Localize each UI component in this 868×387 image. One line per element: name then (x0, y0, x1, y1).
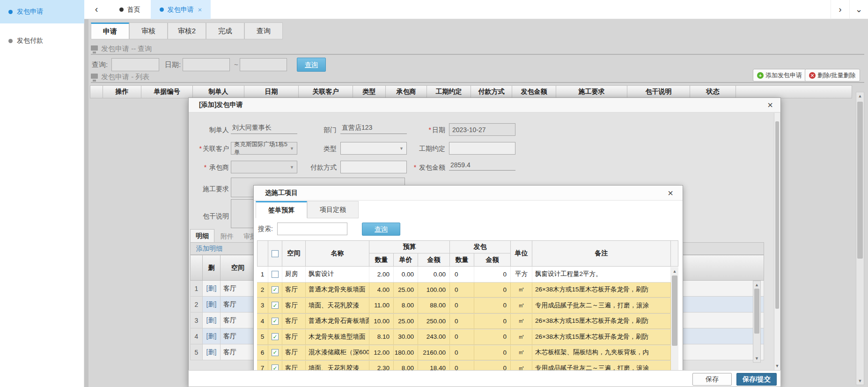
scroll-up-icon[interactable]: ▲ (671, 269, 678, 274)
bullet-icon (119, 7, 124, 12)
col-header[interactable]: 状态 (690, 85, 736, 98)
delete-row-link[interactable]: [删] (206, 316, 217, 325)
contractor-label: * 承包商 (189, 164, 229, 172)
scrollbar-thumb[interactable] (775, 121, 779, 309)
date-field[interactable]: 2023-10-27 (449, 123, 515, 136)
delete-row-link[interactable]: [删] (206, 348, 217, 357)
tab-label: 审核2 (178, 27, 196, 36)
col-header[interactable]: 施工要求 (556, 85, 627, 98)
tab-shenhe[interactable]: 审核 (129, 22, 168, 39)
col-header[interactable]: 单据编号 (141, 85, 193, 98)
amount-label: * 发包金额 (405, 164, 445, 172)
contractor-select[interactable]: ▼ (231, 161, 297, 173)
tab-home[interactable]: 首页 (109, 0, 151, 19)
scrollbar-thumb[interactable] (754, 289, 759, 334)
save-button[interactable]: 保存 (692, 373, 732, 386)
maker-value: 刘大同董事长 (231, 124, 297, 134)
query-label: 查询: (92, 60, 108, 69)
col-header[interactable]: 承包商 (386, 85, 427, 98)
tab-wancheng[interactable]: 完成 (206, 22, 244, 39)
modal-titlebar: [添加]发包申请 (189, 98, 780, 112)
payment-label: 付款方式 (296, 164, 337, 172)
search-button[interactable]: 查询 (297, 58, 326, 72)
tab-chaxun[interactable]: 查询 (244, 22, 283, 39)
add-detail-button[interactable]: 添加明细 (196, 245, 222, 253)
sidebar-item-fabao-shenqing[interactable]: 发包申请 (0, 0, 84, 23)
delete-row-link[interactable]: [删] (206, 300, 217, 309)
col-space: 空间 (282, 240, 306, 267)
picker-row[interactable]: 3 ✓ 客厅 墙面、天花乳胶漆 11.00 8.00 88.00 0 0 ㎡ 专… (257, 298, 678, 314)
tabbar-scroll-right-icon[interactable]: › (831, 0, 849, 19)
picker-row[interactable]: 1 厨房 飘窗设计 2.00 0.00 0.00 0 0 平方 飘窗设计工程量2… (257, 267, 678, 283)
col-header[interactable]: 发包金额 (512, 85, 556, 98)
tab-xiangmu-dinge[interactable]: 项目定额 (307, 201, 359, 218)
picker-close-icon[interactable]: × (665, 188, 676, 199)
tab-close-icon[interactable]: × (198, 6, 202, 14)
picker-scrollbar[interactable]: ▲ (671, 267, 678, 380)
tab-shenqing[interactable]: 申请 (91, 22, 129, 39)
picker-search-input[interactable] (277, 223, 347, 235)
picker-row[interactable]: 6 ✓ 客厅 混水漆储藏柜（深600mm 12.00 180.00 2160.0… (257, 345, 678, 361)
col-delete: 删 (203, 255, 221, 281)
row-checkbox[interactable]: ✓ (272, 333, 279, 340)
scroll-up-icon[interactable]: ▲ (753, 283, 760, 287)
query-input[interactable] (111, 58, 159, 71)
scrollbar-thumb[interactable] (672, 275, 677, 346)
row-checkbox[interactable] (272, 271, 279, 278)
row-checkbox[interactable]: ✓ (272, 286, 279, 293)
page-scrollbar[interactable]: ▲ ▼ (856, 92, 864, 385)
tab-mingxi[interactable]: 明细 (190, 229, 214, 242)
tab-qiandan-yusuan[interactable]: 签单预算 (256, 201, 307, 218)
tab-shenhe2[interactable]: 审核2 (168, 22, 206, 39)
picker-row[interactable]: 5 ✓ 客厅 木龙骨夹板造型墙面 8.10 30.00 243.00 0 0 ㎡… (257, 329, 678, 345)
scroll-down-icon[interactable]: ▼ (774, 364, 780, 368)
modal-close-icon[interactable]: × (765, 100, 776, 111)
scrollbar-thumb[interactable] (857, 102, 863, 259)
picker-row[interactable]: 2 ✓ 客厅 普通木龙骨夹板墙面 4.00 25.00 100.00 0 0 ㎡… (257, 283, 678, 298)
customer-select[interactable]: 奥克斯国际广场1栋5单▼ (231, 142, 297, 155)
col-header[interactable]: 付款方式 (471, 85, 512, 98)
picker-search-button[interactable]: 查询 (362, 223, 400, 236)
delete-row-link[interactable]: [删] (206, 332, 217, 341)
row-checkbox[interactable]: ✓ (272, 302, 279, 309)
chevron-down-icon: ▼ (290, 146, 294, 151)
row-checkbox[interactable]: ✓ (272, 349, 279, 356)
col-header[interactable]: 日期 (244, 85, 299, 98)
add-fabao-button[interactable]: + 添加发包申请 (753, 69, 806, 82)
modal-scrollbar[interactable]: ▼ (774, 113, 780, 370)
tab-label: 发包申请 (168, 6, 194, 14)
col-header[interactable]: 关联客户 (299, 85, 353, 98)
tabbar-scroll-left-icon[interactable]: ‹ (91, 4, 102, 15)
delete-row-link[interactable]: [删] (206, 284, 217, 293)
col-fb-qty: 数量 (450, 253, 474, 267)
date-to-input[interactable] (240, 58, 287, 71)
type-select[interactable]: ▼ (340, 142, 407, 155)
tabbar-menu-icon[interactable]: ⌄ (849, 0, 868, 19)
select-all-checkbox[interactable] (272, 250, 279, 257)
row-checkbox[interactable]: ✓ (272, 318, 279, 325)
scroll-down-icon[interactable]: ▼ (856, 379, 864, 383)
date-from-input[interactable] (183, 58, 230, 71)
duration-input[interactable] (449, 142, 515, 155)
col-header[interactable]: 包干说明 (627, 85, 690, 98)
maker-label: 制单人 (189, 126, 229, 134)
chevron-down-icon: ▼ (399, 146, 404, 151)
col-header[interactable]: 工期约定 (427, 85, 471, 98)
col-group-contract: 发包 (450, 240, 511, 253)
sidebar-item-fabao-fukuan[interactable]: 发包付款 (0, 29, 84, 52)
delete-batch-button[interactable]: ✕ 删除/批量删除 (805, 69, 860, 82)
detail-scrollbar[interactable]: ▲ ▼ (753, 281, 761, 363)
scroll-up-icon[interactable]: ▲ (856, 94, 864, 98)
payment-input[interactable] (340, 161, 407, 173)
col-header[interactable]: 制单人 (193, 85, 244, 98)
scroll-down-icon[interactable]: ▼ (753, 356, 760, 361)
picker-row[interactable]: 4 ✓ 客厅 普通木龙骨石膏板墙面 10.00 25.00 250.00 0 0… (257, 314, 678, 330)
modal-footer: 保存 保存/提交 (188, 370, 781, 387)
col-header[interactable]: 操作 (103, 85, 141, 98)
col-header[interactable]: 类型 (353, 85, 386, 98)
tab-fujian[interactable]: 附件 (216, 230, 238, 243)
picker-search-label: 搜索: (258, 225, 273, 233)
content-left-divider (84, 19, 88, 387)
tab-fabao-shenqing[interactable]: 发包申请 × (151, 0, 211, 19)
save-submit-button[interactable]: 保存/提交 (736, 373, 777, 386)
